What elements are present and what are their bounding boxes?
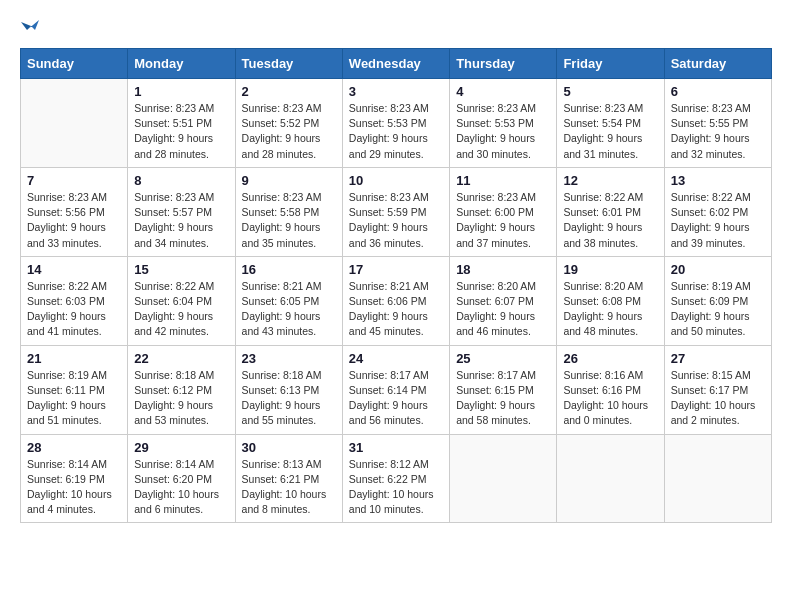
day-info: Sunrise: 8:18 AMSunset: 6:13 PMDaylight:… <box>242 368 336 429</box>
day-info: Sunrise: 8:19 AMSunset: 6:11 PMDaylight:… <box>27 368 121 429</box>
calendar-cell: 17Sunrise: 8:21 AMSunset: 6:06 PMDayligh… <box>342 256 449 345</box>
calendar-cell: 29Sunrise: 8:14 AMSunset: 6:20 PMDayligh… <box>128 434 235 523</box>
day-info: Sunrise: 8:23 AMSunset: 5:58 PMDaylight:… <box>242 190 336 251</box>
logo-bird-icon <box>21 16 39 34</box>
day-number: 5 <box>563 84 657 99</box>
day-number: 28 <box>27 440 121 455</box>
calendar-table: SundayMondayTuesdayWednesdayThursdayFrid… <box>20 48 772 523</box>
day-number: 16 <box>242 262 336 277</box>
day-number: 3 <box>349 84 443 99</box>
day-number: 15 <box>134 262 228 277</box>
day-info: Sunrise: 8:23 AMSunset: 6:00 PMDaylight:… <box>456 190 550 251</box>
day-number: 29 <box>134 440 228 455</box>
calendar-cell: 9Sunrise: 8:23 AMSunset: 5:58 PMDaylight… <box>235 167 342 256</box>
calendar-week-2: 7Sunrise: 8:23 AMSunset: 5:56 PMDaylight… <box>21 167 772 256</box>
col-header-wednesday: Wednesday <box>342 49 449 79</box>
calendar-cell: 20Sunrise: 8:19 AMSunset: 6:09 PMDayligh… <box>664 256 771 345</box>
calendar-week-1: 1Sunrise: 8:23 AMSunset: 5:51 PMDaylight… <box>21 79 772 168</box>
svg-marker-0 <box>27 20 39 30</box>
day-number: 20 <box>671 262 765 277</box>
day-info: Sunrise: 8:12 AMSunset: 6:22 PMDaylight:… <box>349 457 443 518</box>
day-number: 17 <box>349 262 443 277</box>
day-number: 24 <box>349 351 443 366</box>
calendar-cell: 26Sunrise: 8:16 AMSunset: 6:16 PMDayligh… <box>557 345 664 434</box>
day-info: Sunrise: 8:23 AMSunset: 5:55 PMDaylight:… <box>671 101 765 162</box>
calendar-cell: 15Sunrise: 8:22 AMSunset: 6:04 PMDayligh… <box>128 256 235 345</box>
calendar-cell: 21Sunrise: 8:19 AMSunset: 6:11 PMDayligh… <box>21 345 128 434</box>
day-info: Sunrise: 8:16 AMSunset: 6:16 PMDaylight:… <box>563 368 657 429</box>
day-number: 4 <box>456 84 550 99</box>
day-info: Sunrise: 8:17 AMSunset: 6:14 PMDaylight:… <box>349 368 443 429</box>
calendar-header-row: SundayMondayTuesdayWednesdayThursdayFrid… <box>21 49 772 79</box>
day-number: 18 <box>456 262 550 277</box>
calendar-week-3: 14Sunrise: 8:22 AMSunset: 6:03 PMDayligh… <box>21 256 772 345</box>
day-info: Sunrise: 8:22 AMSunset: 6:04 PMDaylight:… <box>134 279 228 340</box>
day-number: 10 <box>349 173 443 188</box>
calendar-cell: 18Sunrise: 8:20 AMSunset: 6:07 PMDayligh… <box>450 256 557 345</box>
day-info: Sunrise: 8:21 AMSunset: 6:06 PMDaylight:… <box>349 279 443 340</box>
calendar-cell: 14Sunrise: 8:22 AMSunset: 6:03 PMDayligh… <box>21 256 128 345</box>
calendar-cell: 11Sunrise: 8:23 AMSunset: 6:00 PMDayligh… <box>450 167 557 256</box>
calendar-cell: 12Sunrise: 8:22 AMSunset: 6:01 PMDayligh… <box>557 167 664 256</box>
day-number: 26 <box>563 351 657 366</box>
col-header-friday: Friday <box>557 49 664 79</box>
calendar-cell <box>557 434 664 523</box>
calendar-week-5: 28Sunrise: 8:14 AMSunset: 6:19 PMDayligh… <box>21 434 772 523</box>
day-number: 13 <box>671 173 765 188</box>
logo <box>20 20 39 32</box>
day-info: Sunrise: 8:14 AMSunset: 6:20 PMDaylight:… <box>134 457 228 518</box>
day-number: 12 <box>563 173 657 188</box>
day-info: Sunrise: 8:20 AMSunset: 6:08 PMDaylight:… <box>563 279 657 340</box>
calendar-cell: 10Sunrise: 8:23 AMSunset: 5:59 PMDayligh… <box>342 167 449 256</box>
day-number: 7 <box>27 173 121 188</box>
calendar-cell: 23Sunrise: 8:18 AMSunset: 6:13 PMDayligh… <box>235 345 342 434</box>
day-info: Sunrise: 8:23 AMSunset: 5:51 PMDaylight:… <box>134 101 228 162</box>
calendar-cell: 5Sunrise: 8:23 AMSunset: 5:54 PMDaylight… <box>557 79 664 168</box>
calendar-cell: 22Sunrise: 8:18 AMSunset: 6:12 PMDayligh… <box>128 345 235 434</box>
day-info: Sunrise: 8:22 AMSunset: 6:03 PMDaylight:… <box>27 279 121 340</box>
day-info: Sunrise: 8:23 AMSunset: 5:54 PMDaylight:… <box>563 101 657 162</box>
day-info: Sunrise: 8:23 AMSunset: 5:59 PMDaylight:… <box>349 190 443 251</box>
calendar-cell: 6Sunrise: 8:23 AMSunset: 5:55 PMDaylight… <box>664 79 771 168</box>
calendar-cell: 31Sunrise: 8:12 AMSunset: 6:22 PMDayligh… <box>342 434 449 523</box>
day-info: Sunrise: 8:23 AMSunset: 5:56 PMDaylight:… <box>27 190 121 251</box>
calendar-cell: 2Sunrise: 8:23 AMSunset: 5:52 PMDaylight… <box>235 79 342 168</box>
day-info: Sunrise: 8:22 AMSunset: 6:01 PMDaylight:… <box>563 190 657 251</box>
calendar-cell: 8Sunrise: 8:23 AMSunset: 5:57 PMDaylight… <box>128 167 235 256</box>
calendar-cell: 13Sunrise: 8:22 AMSunset: 6:02 PMDayligh… <box>664 167 771 256</box>
day-info: Sunrise: 8:20 AMSunset: 6:07 PMDaylight:… <box>456 279 550 340</box>
day-info: Sunrise: 8:19 AMSunset: 6:09 PMDaylight:… <box>671 279 765 340</box>
day-info: Sunrise: 8:23 AMSunset: 5:53 PMDaylight:… <box>456 101 550 162</box>
day-number: 6 <box>671 84 765 99</box>
col-header-monday: Monday <box>128 49 235 79</box>
day-info: Sunrise: 8:23 AMSunset: 5:53 PMDaylight:… <box>349 101 443 162</box>
day-number: 11 <box>456 173 550 188</box>
calendar-cell: 25Sunrise: 8:17 AMSunset: 6:15 PMDayligh… <box>450 345 557 434</box>
calendar-cell: 3Sunrise: 8:23 AMSunset: 5:53 PMDaylight… <box>342 79 449 168</box>
col-header-sunday: Sunday <box>21 49 128 79</box>
page-header <box>20 20 772 32</box>
day-number: 22 <box>134 351 228 366</box>
calendar-cell <box>664 434 771 523</box>
day-number: 14 <box>27 262 121 277</box>
calendar-cell <box>21 79 128 168</box>
day-number: 31 <box>349 440 443 455</box>
day-info: Sunrise: 8:22 AMSunset: 6:02 PMDaylight:… <box>671 190 765 251</box>
calendar-cell: 4Sunrise: 8:23 AMSunset: 5:53 PMDaylight… <box>450 79 557 168</box>
calendar-cell: 27Sunrise: 8:15 AMSunset: 6:17 PMDayligh… <box>664 345 771 434</box>
calendar-cell: 7Sunrise: 8:23 AMSunset: 5:56 PMDaylight… <box>21 167 128 256</box>
day-info: Sunrise: 8:23 AMSunset: 5:57 PMDaylight:… <box>134 190 228 251</box>
day-number: 23 <box>242 351 336 366</box>
day-number: 25 <box>456 351 550 366</box>
calendar-cell: 28Sunrise: 8:14 AMSunset: 6:19 PMDayligh… <box>21 434 128 523</box>
calendar-cell: 24Sunrise: 8:17 AMSunset: 6:14 PMDayligh… <box>342 345 449 434</box>
calendar-cell: 16Sunrise: 8:21 AMSunset: 6:05 PMDayligh… <box>235 256 342 345</box>
col-header-saturday: Saturday <box>664 49 771 79</box>
day-info: Sunrise: 8:17 AMSunset: 6:15 PMDaylight:… <box>456 368 550 429</box>
day-info: Sunrise: 8:15 AMSunset: 6:17 PMDaylight:… <box>671 368 765 429</box>
day-number: 19 <box>563 262 657 277</box>
calendar-cell: 1Sunrise: 8:23 AMSunset: 5:51 PMDaylight… <box>128 79 235 168</box>
day-info: Sunrise: 8:23 AMSunset: 5:52 PMDaylight:… <box>242 101 336 162</box>
calendar-cell: 19Sunrise: 8:20 AMSunset: 6:08 PMDayligh… <box>557 256 664 345</box>
day-number: 2 <box>242 84 336 99</box>
